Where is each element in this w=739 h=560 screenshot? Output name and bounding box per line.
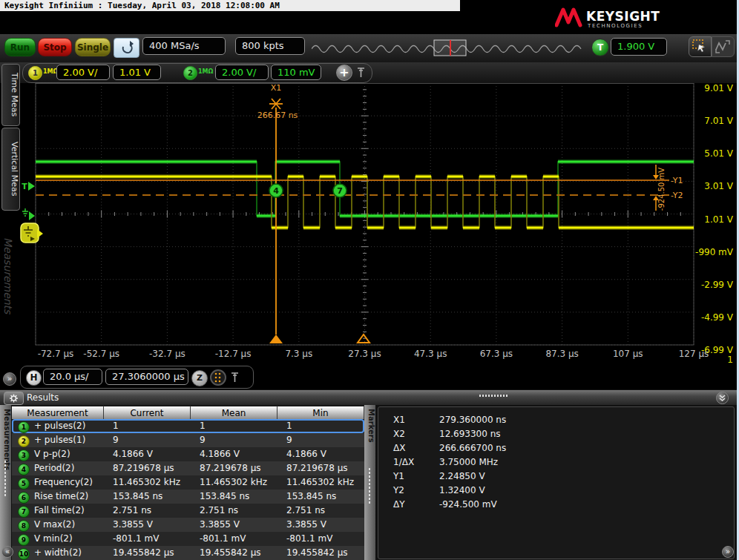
marker-row-label: 1/ΔX: [393, 455, 414, 470]
trigger-level-marker: T: [22, 182, 27, 191]
trigger-arrow-icon[interactable]: [28, 182, 35, 191]
y-axis-label: 3.01 V: [694, 181, 733, 191]
acquisition-dots-button[interactable]: [210, 369, 226, 386]
result-row[interactable]: 3V p-p(2)4.1866 V4.1866 V4.1866 V: [12, 447, 364, 461]
result-row[interactable]: 1+ pulses(2)111: [12, 419, 364, 433]
y2-label: -Y2: [671, 191, 683, 200]
run-button[interactable]: Run: [4, 38, 36, 56]
results-header: [0, 390, 739, 405]
window-titlebar: Keysight Infiniium : Tuesday, April 03, …: [0, 0, 460, 11]
y-axis-label: 9.01 V: [694, 83, 733, 93]
x-axis-label: 67.3 µs: [467, 349, 526, 359]
x1-star-icon[interactable]: [269, 99, 283, 109]
measurement-min: 19.455842 µs: [286, 546, 348, 560]
y1-label: -Y1: [671, 176, 683, 185]
column-header-measurement[interactable]: Measurement: [12, 406, 104, 419]
add-channel-button[interactable]: +: [336, 65, 352, 81]
measurement-label: + pulses(2): [34, 419, 85, 433]
measurement-label: Fall time(2): [34, 504, 85, 518]
marker-row-label: ΔY: [393, 498, 405, 512]
channel1-ground-marker[interactable]: [21, 223, 43, 243]
measurement-min: 153.845 ns: [286, 490, 336, 504]
measurement-current: -801.1 mV: [113, 532, 159, 546]
result-row[interactable]: 7Fall time(2)2.751 ns2.751 ns2.751 ns: [12, 504, 364, 518]
pin-icon-horizontal[interactable]: [230, 371, 240, 384]
results-panel: Results Measurements Markers Measurement…: [0, 389, 739, 560]
measurement-current: 11.465302 kHz: [113, 475, 180, 490]
measurement-mean: 2.751 ns: [200, 504, 238, 518]
right-strip-handle[interactable]: [368, 467, 372, 504]
x-axis-label: 87.3 µs: [533, 349, 592, 359]
zoom-select-button[interactable]: [689, 36, 712, 57]
result-row[interactable]: 8V max(2)3.3855 V3.3855 V3.3855 V: [12, 518, 364, 532]
measurement-current: 3.3855 V: [113, 518, 153, 532]
result-row[interactable]: 9V min(2)-801.1 mV-801.1 mV-801.1 mV: [12, 532, 364, 546]
marker-row-value: 279.360000 ns: [439, 413, 506, 427]
channel2-scale-field[interactable]: 2.00 V/: [215, 65, 269, 80]
result-row[interactable]: 4Period(2)87.219678 µs87.219678 µs87.219…: [12, 461, 364, 475]
double-chevron-down-icon: [717, 392, 728, 403]
result-row[interactable]: 5Frequency(2)11.465302 kHz11.465302 kHz1…: [12, 475, 364, 490]
collapse-panel-button[interactable]: [716, 392, 729, 404]
column-header-mean[interactable]: Mean: [191, 406, 277, 419]
marker-row-label: Y1: [393, 470, 404, 484]
measurement-label: V min(2): [34, 532, 73, 546]
x-axis-label: -52.7 µs: [72, 349, 131, 359]
timebase-scale-field[interactable]: 20.0 µs/: [43, 369, 102, 385]
measurement-min: 2.751 ns: [286, 504, 325, 518]
results-title: Results: [27, 392, 59, 403]
brand-tagline: TECHNOLOGIES: [588, 23, 643, 29]
trigger-badge[interactable]: T: [591, 39, 609, 56]
channel2-badge[interactable]: 2: [183, 66, 197, 80]
marker-row-value: 2.24850 V: [439, 470, 485, 484]
acquisition-overview-strip[interactable]: [312, 39, 588, 58]
measurement-number-badge: 5: [18, 478, 30, 490]
measurement-label: Rise time(2): [34, 490, 88, 504]
panel-drag-handle[interactable]: [479, 394, 508, 398]
measurement-mean: 3.3855 V: [200, 518, 240, 532]
measurement-label: Period(2): [34, 461, 74, 475]
measurement-number-badge: 10: [18, 548, 30, 560]
marker-number: 4: [273, 186, 279, 196]
y-axis-label: 7.01 V: [694, 116, 733, 126]
channel1-badge[interactable]: 1: [28, 66, 42, 80]
single-button[interactable]: Single: [75, 38, 111, 56]
x-axis-label: 107 µs: [598, 349, 657, 359]
memory-depth-field[interactable]: 800 kpts: [235, 37, 305, 55]
y-axis-label: -990 mV: [694, 247, 733, 257]
rerun-button[interactable]: [114, 38, 139, 58]
result-row[interactable]: 2+ pulses(1)999: [12, 433, 364, 447]
scroll-columns-left-button[interactable]: «: [1, 546, 13, 558]
gear-icon: [4, 392, 23, 404]
x1-bottom-triangle[interactable]: [269, 335, 283, 343]
column-header-min[interactable]: Min: [277, 406, 364, 419]
oscilloscope-app: Keysight Infiniium : Tuesday, April 03, …: [0, 0, 739, 560]
measurement-number-badge: 8: [18, 520, 30, 532]
waveform-recall-button[interactable]: [712, 36, 735, 57]
channel1-scale-field[interactable]: 2.00 V/: [56, 65, 110, 80]
channel1-offset-field[interactable]: 1.01 V: [113, 65, 161, 80]
horizontal-badge[interactable]: H: [26, 370, 42, 386]
sample-rate-field[interactable]: 400 MSa/s: [142, 37, 226, 55]
circular-arrow-icon: [114, 39, 139, 57]
channel2-ground-marker[interactable]: [22, 208, 35, 220]
timebase-position-field[interactable]: 27.3060000 µs: [105, 369, 188, 385]
result-row[interactable]: 10+ width(2)19.455842 µs19.455842 µs19.4…: [12, 546, 364, 560]
stop-button[interactable]: Stop: [38, 38, 72, 56]
result-row[interactable]: 6Rise time(2)153.845 ns153.845 ns153.845…: [12, 490, 364, 504]
pin-icon[interactable]: [356, 66, 367, 79]
marker-row-value: 12.693300 ns: [439, 427, 501, 441]
left-strip-handle[interactable]: [4, 460, 7, 497]
trigger-level-field[interactable]: 1.900 V: [611, 38, 667, 56]
expand-left-panel-button[interactable]: »: [3, 372, 16, 386]
column-header-current[interactable]: Current: [104, 406, 191, 419]
scroll-columns-right-button[interactable]: »: [722, 546, 734, 558]
measurement-mean: 1: [200, 419, 206, 433]
zoom-badge[interactable]: Z: [191, 370, 208, 386]
measurement-number-badge: 9: [18, 534, 30, 546]
waveform-display[interactable]: T-Y1-Y2-924.50 mVX1266.67 ns47 1 9.01 V7…: [0, 83, 739, 366]
channel2-offset-field[interactable]: 110 mV: [271, 65, 321, 80]
waveform-canvas[interactable]: T-Y1-Y2-924.50 mVX1266.67 ns47: [0, 83, 739, 366]
settings-button[interactable]: [4, 392, 24, 405]
marker-row-value: 1.32400 V: [439, 484, 485, 498]
